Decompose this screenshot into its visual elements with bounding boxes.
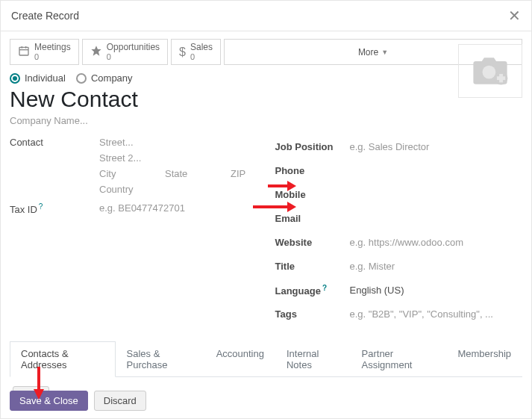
modal-footer: Save & Close Discard	[10, 383, 522, 411]
language-field[interactable]: English (US)	[350, 285, 523, 296]
zip-field[interactable]: ZIP	[231, 168, 245, 179]
meetings-label: Meetings	[34, 43, 71, 52]
sales-value: 0	[190, 52, 213, 61]
mobile-label: Mobile	[275, 189, 350, 200]
svg-rect-8	[497, 77, 505, 81]
dollar-icon: $	[179, 46, 186, 59]
opportunities-button[interactable]: Opportunities 0	[82, 39, 168, 65]
title-field[interactable]: e.g. Mister	[350, 261, 523, 272]
website-label: Website	[275, 237, 350, 248]
city-field[interactable]: City	[99, 168, 151, 179]
state-field[interactable]: State	[165, 168, 217, 179]
chevron-down-icon: ▼	[381, 49, 388, 56]
svg-point-5	[483, 66, 496, 79]
opportunities-label: Opportunities	[107, 43, 160, 52]
meetings-button[interactable]: Meetings 0	[10, 39, 79, 65]
street2-field[interactable]: Street 2...	[99, 152, 257, 164]
opportunities-value: 0	[107, 52, 160, 61]
individual-radio[interactable]: Individual	[10, 72, 66, 84]
tab-sales-purchase[interactable]: Sales & Purchase	[116, 341, 205, 377]
stat-buttons-row: Meetings 0 Opportunities 0 $ Sales 0	[10, 39, 522, 65]
radio-checked-icon	[10, 73, 20, 84]
meetings-value: 0	[34, 52, 71, 61]
tax-id-label: Tax ID?	[10, 202, 99, 215]
sales-label: Sales	[190, 43, 213, 52]
calendar-icon	[18, 45, 30, 59]
help-icon[interactable]: ?	[322, 284, 327, 292]
tax-id-field[interactable]: e.g. BE0477472701	[99, 202, 257, 214]
close-icon[interactable]: ✕	[508, 7, 521, 25]
modal-title: Create Record	[11, 10, 79, 22]
discard-button[interactable]: Discard	[94, 391, 146, 411]
tab-accounting[interactable]: Accounting	[205, 341, 275, 377]
phone-label: Phone	[275, 165, 350, 176]
help-icon[interactable]: ?	[39, 202, 43, 211]
company-radio[interactable]: Company	[76, 72, 133, 84]
company-radio-label: Company	[91, 72, 133, 84]
tab-internal-notes[interactable]: Internal Notes	[275, 341, 351, 377]
job-position-field[interactable]: e.g. Sales Director	[350, 141, 523, 152]
sales-button[interactable]: $ Sales 0	[171, 39, 221, 65]
create-record-modal: Create Record ✕ Meetings 0 Opportunities	[0, 0, 532, 419]
svg-rect-0	[19, 47, 28, 55]
individual-radio-label: Individual	[25, 72, 66, 84]
more-label: More	[358, 47, 378, 58]
title-label: Title	[275, 261, 350, 272]
save-close-button[interactable]: Save & Close	[10, 391, 88, 411]
country-field[interactable]: Country	[99, 184, 257, 195]
tab-partner-assignment[interactable]: Partner Assignment	[351, 341, 447, 377]
email-label: Email	[275, 213, 350, 224]
page-title[interactable]: New Contact	[10, 87, 138, 112]
form-body: Contact Street... Street 2... City State…	[10, 137, 522, 328]
svg-marker-4	[91, 46, 101, 55]
tabs-bar: Contacts & Addresses Sales & Purchase Ac…	[10, 341, 522, 377]
tags-label: Tags	[275, 308, 350, 320]
street-field[interactable]: Street...	[99, 137, 257, 148]
tags-field[interactable]: e.g. "B2B", "VIP", "Consulting", ...	[350, 308, 523, 320]
language-label: Language?	[275, 284, 350, 297]
company-name-field[interactable]: Company Name...	[10, 115, 138, 126]
contact-address-label: Contact	[10, 137, 99, 148]
tab-contacts-addresses[interactable]: Contacts & Addresses	[10, 341, 116, 377]
contact-type-radio-group: Individual Company	[10, 72, 138, 84]
camera-plus-icon	[471, 55, 510, 87]
star-icon	[90, 45, 102, 59]
avatar-image-upload[interactable]	[458, 44, 522, 98]
modal-header: Create Record ✕	[1, 1, 531, 31]
radio-unchecked-icon	[76, 73, 87, 84]
website-field[interactable]: e.g. https://www.odoo.com	[350, 237, 523, 248]
tab-membership[interactable]: Membership	[446, 341, 522, 377]
job-position-label: Job Position	[275, 141, 350, 152]
